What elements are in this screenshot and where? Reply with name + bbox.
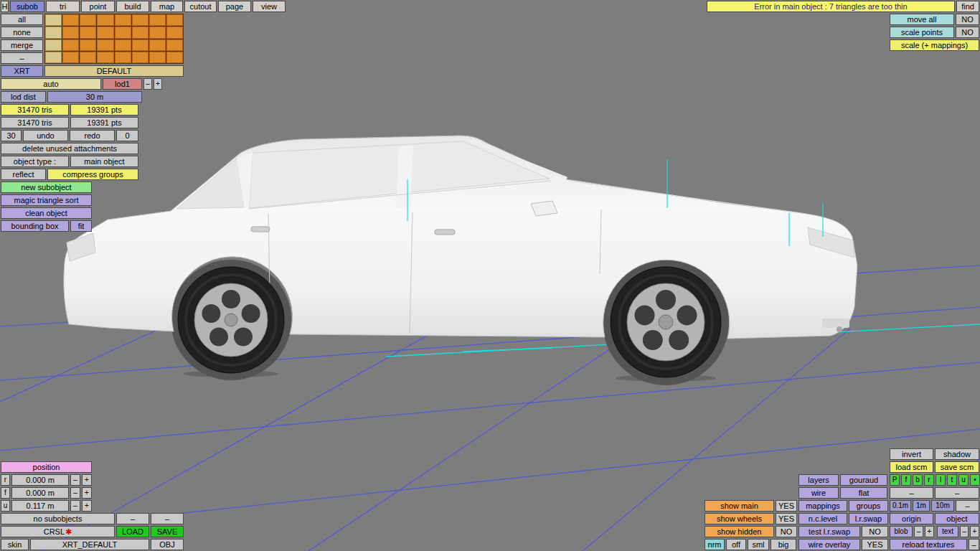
subobject-dash-2[interactable]: – <box>151 513 184 524</box>
scale-mappings-button[interactable]: scale (+ mappings) <box>890 39 979 51</box>
select-all-button[interactable]: all <box>1 14 43 25</box>
palette-cell[interactable] <box>132 14 149 26</box>
view-back-button[interactable]: b <box>913 474 923 486</box>
flat-button[interactable]: flat <box>840 487 887 499</box>
position-r-plus[interactable]: + <box>82 474 92 486</box>
menu-item-page[interactable]: page <box>218 1 251 12</box>
load-scm-button[interactable]: load scm <box>890 461 933 473</box>
menu-item-build[interactable]: build <box>116 1 149 12</box>
obj-button[interactable]: OBJ <box>151 539 184 550</box>
lod-selector[interactable]: lod1 <box>103 78 142 90</box>
nc-level-button[interactable]: n.c.level <box>798 513 847 524</box>
test-lr-swap-toggle[interactable]: NO <box>862 526 888 537</box>
view-top-button[interactable]: t <box>947 474 957 486</box>
position-f-value[interactable]: 0.000 m <box>11 487 69 499</box>
undo-button[interactable]: undo <box>23 130 68 141</box>
magic-triangle-sort-button[interactable]: magic triangle sort <box>1 194 92 206</box>
palette-cell[interactable] <box>149 14 166 26</box>
position-r-value[interactable]: 0.000 m <box>11 474 69 486</box>
wire-overlay-toggle[interactable]: YES <box>862 539 888 550</box>
redo-button[interactable]: redo <box>70 130 115 141</box>
save-button[interactable]: SAVE <box>151 526 184 537</box>
view-left-button[interactable]: l <box>936 474 946 486</box>
palette-cell[interactable] <box>166 14 183 26</box>
palette-cell[interactable] <box>132 52 149 63</box>
show-main-button[interactable]: show main <box>705 500 774 512</box>
menu-item-point[interactable]: point <box>81 1 115 12</box>
palette-cell[interactable] <box>62 27 79 38</box>
view-right-button[interactable]: r <box>924 474 934 486</box>
reload-textures-button[interactable]: reload textures <box>890 539 967 550</box>
select-none-button[interactable]: none <box>1 27 43 38</box>
clean-object-button[interactable]: clean object <box>1 207 92 219</box>
palette-cell[interactable] <box>149 27 166 38</box>
position-u-plus[interactable]: + <box>82 500 92 512</box>
palette-cell[interactable] <box>97 39 113 51</box>
invert-button[interactable]: invert <box>890 448 933 460</box>
lod-dist-value[interactable]: 30 m <box>47 91 142 103</box>
origin-button[interactable]: origin <box>890 513 933 524</box>
menu-item-subob[interactable]: subob <box>10 1 44 12</box>
delete-unused-attachments-button[interactable]: delete unused attachments <box>1 143 138 154</box>
save-scm-button[interactable]: save scm <box>935 461 979 473</box>
palette-cell[interactable] <box>45 27 62 38</box>
nrm-button[interactable]: nrm <box>705 539 725 550</box>
show-hidden-button[interactable]: show hidden <box>705 526 774 537</box>
reflect-button[interactable]: reflect <box>1 169 46 180</box>
menu-item-map[interactable]: map <box>151 1 183 12</box>
dash-button[interactable]: – <box>1 52 43 64</box>
lod-minus-button[interactable]: – <box>143 78 152 90</box>
mappings-button[interactable]: mappings <box>798 500 847 512</box>
object-button[interactable]: object <box>935 513 979 524</box>
new-subobject-button[interactable]: new subobject <box>1 182 92 193</box>
palette-cell[interactable] <box>115 39 131 51</box>
position-u-value[interactable]: 0.117 m <box>11 500 69 512</box>
palette-cell[interactable] <box>166 52 183 63</box>
view-dash-1[interactable]: – <box>890 487 933 499</box>
scale-points-button[interactable]: scale points <box>890 27 954 38</box>
palette-cell[interactable] <box>62 52 79 63</box>
subobject-dash-1[interactable]: – <box>116 513 149 524</box>
object-type-value[interactable]: main object <box>70 156 138 167</box>
menu-item-tri[interactable]: tri <box>46 1 80 12</box>
position-r-minus[interactable]: – <box>70 474 80 486</box>
palette-cell[interactable] <box>115 52 131 63</box>
palette-cell[interactable] <box>80 14 96 26</box>
groups-button[interactable]: groups <box>849 500 888 512</box>
palette-cell[interactable] <box>80 27 96 38</box>
palette-cell[interactable] <box>80 39 96 51</box>
skin-name-value[interactable]: XRT_DEFAULT <box>30 539 149 550</box>
merge-button[interactable]: merge <box>1 39 43 51</box>
nrm-sml-button[interactable]: sml <box>748 539 769 550</box>
palette-cell[interactable] <box>132 27 149 38</box>
menu-item-view[interactable]: view <box>253 1 286 12</box>
reload-textures-dash[interactable]: – <box>969 539 979 550</box>
palette-cell[interactable] <box>115 14 131 26</box>
position-f-minus[interactable]: – <box>70 487 80 499</box>
current-file-name[interactable]: CRSL✱ <box>1 526 115 537</box>
lr-swap-button[interactable]: l.r.swap <box>849 513 888 524</box>
view-dash-2[interactable]: – <box>935 487 979 499</box>
position-u-minus[interactable]: – <box>70 500 80 512</box>
text-plus-button[interactable]: + <box>970 526 979 537</box>
blob-button[interactable]: blob <box>890 526 913 537</box>
view-dot-button[interactable]: • <box>970 474 980 486</box>
palette-cell[interactable] <box>45 14 62 26</box>
test-lr-swap-button[interactable]: test l.r.swap <box>798 526 860 537</box>
show-hidden-toggle[interactable]: NO <box>776 526 797 537</box>
view-under-button[interactable]: u <box>958 474 969 486</box>
nrm-off-button[interactable]: off <box>726 539 746 550</box>
palette-cell[interactable] <box>97 52 113 63</box>
view-front-button[interactable]: f <box>901 474 911 486</box>
text-minus-button[interactable]: – <box>960 526 969 537</box>
menu-item-h[interactable]: H <box>1 1 9 12</box>
wire-button[interactable]: wire <box>798 487 839 499</box>
default-material-button[interactable]: DEFAULT <box>44 65 184 77</box>
palette-cell[interactable] <box>62 14 79 26</box>
text-button[interactable]: text <box>937 526 958 537</box>
find-button[interactable]: find <box>956 1 979 12</box>
palette-cell[interactable] <box>115 27 131 38</box>
blob-plus-button[interactable]: + <box>925 526 934 537</box>
palette-cell[interactable] <box>45 39 62 51</box>
wire-overlay-button[interactable]: wire overlay <box>798 539 860 550</box>
